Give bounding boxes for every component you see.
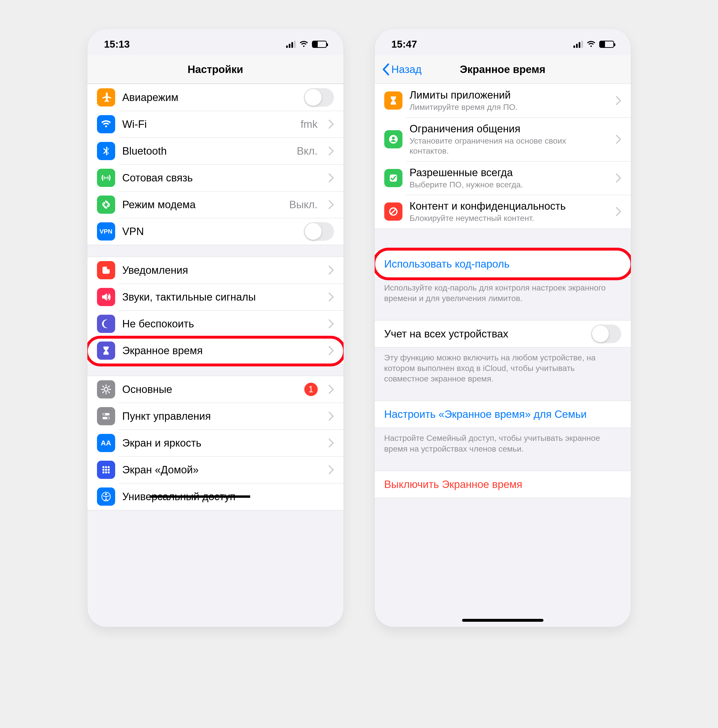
row-cellular[interactable]: Сотовая связь [87, 164, 344, 191]
chevron-icon [329, 319, 334, 328]
share-footer: Эту функцию можно включить на любом устр… [375, 347, 631, 384]
row-control-center[interactable]: Пункт управления [87, 403, 344, 430]
home-indicator[interactable] [462, 619, 543, 622]
row-display[interactable]: AA Экран и яркость [87, 430, 344, 456]
status-time: 15:47 [392, 38, 417, 50]
phone-settings: 15:13 Настройки Авиарежим Wi-Fi fmk [87, 29, 344, 627]
status-bar: 15:47 [375, 29, 631, 55]
status-indicators [573, 41, 614, 48]
status-time: 15:13 [104, 38, 130, 50]
row-value: Выкл. [289, 199, 318, 211]
row-label: Настроить «Экранное время» для Семьи [384, 408, 621, 420]
row-label: Основные [122, 383, 297, 395]
checkmark-icon [384, 169, 403, 187]
row-hotspot[interactable]: Режим модема Выкл. [87, 191, 344, 218]
row-label: Звуки, тактильные сигналы [122, 291, 320, 303]
hourglass-icon [97, 341, 115, 360]
row-bluetooth[interactable]: Bluetooth Вкл. [87, 138, 344, 164]
chevron-icon [329, 266, 334, 275]
cellular-signal-icon [573, 41, 583, 48]
contact-icon [384, 130, 403, 148]
row-value: Вкл. [297, 145, 318, 157]
wifi-icon [299, 41, 309, 48]
hotspot-icon [97, 196, 115, 214]
phone-screentime: 15:47 Назад Экранное время Лимиты прилож… [375, 29, 631, 627]
status-indicators [286, 41, 327, 48]
row-share-across-devices[interactable]: Учет на всех устройствах [375, 320, 631, 347]
row-subtitle: Установите ограничения на основе своих к… [410, 136, 608, 156]
passcode-footer: Используйте код-пароль для контроля наст… [375, 278, 631, 303]
row-vpn[interactable]: VPN VPN [87, 218, 344, 245]
switches-icon [97, 407, 115, 425]
chevron-icon [616, 96, 621, 105]
row-label: Выключить Экранное время [384, 479, 621, 490]
airplane-toggle[interactable] [304, 88, 334, 107]
grid-icon [97, 461, 115, 479]
chevron-icon [329, 411, 334, 421]
chevron-icon [329, 292, 334, 301]
row-label: Wi-Fi [122, 118, 294, 130]
row-label: Авиарежим [122, 92, 297, 103]
screentime-list[interactable]: Лимиты приложений Лимитируйте время для … [375, 84, 631, 627]
row-notifications[interactable]: Уведомления [87, 257, 344, 284]
row-accessibility[interactable]: Универсальный доступ [87, 483, 344, 510]
accessibility-icon [97, 488, 115, 506]
row-communication-limits[interactable]: Ограничения общения Установите ограничен… [375, 118, 631, 161]
svg-rect-14 [105, 471, 107, 473]
chevron-icon [616, 173, 621, 183]
vpn-icon: VPN [97, 222, 115, 240]
row-label: Ограничения общения [410, 123, 608, 135]
chevron-icon [329, 147, 334, 156]
row-label: Экран «Домой» [122, 464, 320, 476]
svg-point-2 [104, 387, 108, 391]
cellular-icon [97, 169, 115, 187]
svg-point-17 [105, 493, 107, 495]
airplane-icon [97, 88, 115, 107]
row-label: Экран и яркость [122, 437, 320, 449]
row-turn-off-screentime[interactable]: Выключить Экранное время [375, 471, 631, 498]
turnoff-group: Выключить Экранное время [375, 471, 631, 498]
row-subtitle: Блокируйте неуместный контент. [410, 213, 608, 223]
row-value: fmk [301, 118, 318, 130]
share-toggle[interactable] [591, 324, 621, 343]
nav-header: Назад Экранное время [375, 55, 631, 84]
row-general[interactable]: Основные 1 [87, 376, 344, 403]
row-app-limits[interactable]: Лимиты приложений Лимитируйте время для … [375, 84, 631, 118]
svg-point-5 [103, 413, 105, 415]
moon-icon [97, 315, 115, 333]
row-sounds[interactable]: Звуки, тактильные сигналы [87, 284, 344, 310]
row-wifi[interactable]: Wi-Fi fmk [87, 111, 344, 138]
bluetooth-icon [97, 142, 115, 160]
row-screen-time[interactable]: Экранное время [87, 337, 344, 364]
row-setup-family[interactable]: Настроить «Экранное время» для Семьи [375, 401, 631, 428]
row-content-privacy[interactable]: Контент и конфиденциальность Блокируйте … [375, 195, 631, 229]
row-always-allowed[interactable]: Разрешенные всегда Выберите ПО, нужное в… [375, 161, 631, 195]
row-label: Использовать код-пароль [384, 258, 621, 270]
row-label: Лимиты приложений [410, 89, 608, 101]
page-title: Настройки [187, 63, 243, 75]
vpn-toggle[interactable] [304, 222, 334, 241]
back-button[interactable]: Назад [382, 55, 422, 84]
row-use-passcode[interactable]: Использовать код-пароль [375, 251, 631, 277]
block-icon [384, 202, 403, 221]
row-home-screen[interactable]: Экран «Домой» [87, 456, 344, 483]
wifi-icon [97, 115, 115, 133]
svg-rect-12 [108, 469, 110, 471]
status-bar: 15:13 [87, 29, 344, 55]
row-label: Bluetooth [122, 145, 290, 157]
settings-list[interactable]: Авиарежим Wi-Fi fmk Bluetooth Вкл. Сотов… [87, 84, 344, 627]
row-label: Разрешенные всегда [410, 167, 608, 179]
svg-rect-10 [103, 469, 104, 471]
screentime-options-group: Лимиты приложений Лимитируйте время для … [375, 84, 631, 229]
settings-group-connectivity: Авиарежим Wi-Fi fmk Bluetooth Вкл. Сотов… [87, 84, 344, 245]
page-title: Экранное время [460, 63, 545, 75]
notification-badge: 1 [304, 383, 318, 396]
row-dnd[interactable]: Не беспокоить [87, 310, 344, 337]
row-label: VPN [122, 225, 297, 237]
svg-point-1 [107, 266, 110, 269]
chevron-icon [329, 120, 334, 129]
back-label: Назад [392, 63, 422, 75]
row-airplane-mode[interactable]: Авиарежим [87, 84, 344, 111]
family-footer: Настройте Семейный доступ, чтобы учитыва… [375, 428, 631, 454]
row-label: Пункт управления [122, 410, 320, 422]
